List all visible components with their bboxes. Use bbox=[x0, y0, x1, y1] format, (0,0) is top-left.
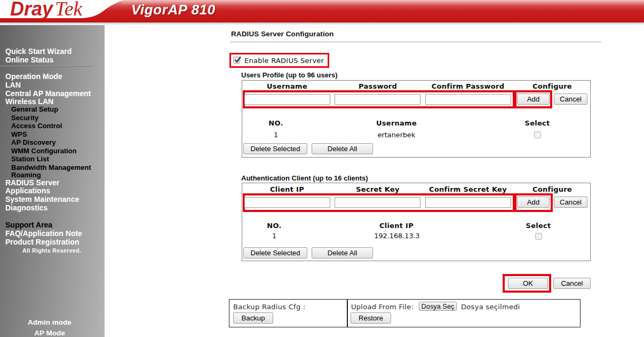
title-rule bbox=[230, 42, 601, 42]
client-ip-input[interactable] bbox=[244, 197, 330, 208]
users-delete-all-button[interactable]: Delete All bbox=[312, 143, 373, 154]
confirm-secret-key-input[interactable] bbox=[425, 197, 511, 208]
sidebar-item-faq-application-note[interactable]: FAQ/Application Note bbox=[5, 229, 82, 238]
sidebar-divider bbox=[0, 66, 93, 66]
auth-col-client-ip: Client IP bbox=[239, 185, 335, 193]
sidebar-item-operation-mode[interactable]: Operation Mode bbox=[5, 72, 62, 81]
users-profile-section-label: Users Profile (up to 96 users) bbox=[241, 71, 338, 79]
sidebar-item-support-area[interactable]: Support Area bbox=[5, 221, 52, 229]
sidebar-item-quick-start-wizard[interactable]: Quick Start Wizard bbox=[5, 47, 71, 56]
choose-file-button[interactable]: Dosya Seç bbox=[419, 302, 457, 311]
users-col-password: Password bbox=[330, 82, 426, 90]
restore-button[interactable]: Restore bbox=[351, 312, 391, 324]
sidebar-item-radius-server[interactable]: RADIUS Server bbox=[5, 178, 59, 187]
users-list-col-select: Select bbox=[484, 119, 591, 127]
admin-mode-label[interactable]: Admin mode bbox=[0, 318, 99, 326]
ap-mode-link[interactable]: AP Mode bbox=[0, 329, 99, 337]
users-row-no: 1 bbox=[222, 131, 329, 139]
sidebar-item-wps[interactable]: WPS bbox=[11, 130, 27, 138]
page-title: RADIUS Server Configuration bbox=[231, 30, 333, 38]
auth-add-button[interactable]: Add bbox=[517, 197, 550, 208]
auth-col-confirm-secret-key: Confirm Secret Key bbox=[420, 185, 516, 193]
sidebar-item-lan[interactable]: LAN bbox=[5, 81, 21, 89]
sidebar-nav: Quick Start Wizard Online Status Operati… bbox=[0, 25, 105, 337]
sidebar-item-security[interactable]: Security bbox=[11, 114, 38, 122]
users-delete-selected-button[interactable]: Delete Selected bbox=[243, 143, 307, 154]
users-cancel-button[interactable]: Cancel bbox=[554, 93, 587, 105]
ok-button[interactable]: OK bbox=[508, 278, 548, 289]
users-col-configure: Configure bbox=[504, 82, 600, 90]
sidebar-item-system-maintenance[interactable]: System Maintenance bbox=[5, 195, 79, 203]
auth-list-col-client-ip: Client IP bbox=[343, 222, 450, 230]
rights-reserved-note: All Rights Reserved. bbox=[22, 247, 81, 254]
cancel-button[interactable]: Cancel bbox=[553, 278, 591, 289]
users-list-col-username: Username bbox=[343, 119, 450, 127]
checkmark-icon bbox=[234, 56, 242, 64]
backup-box-divider bbox=[347, 299, 348, 327]
backup-label: Backup Radius Cfg : bbox=[233, 303, 306, 311]
sidebar-item-general-setup[interactable]: General Setup bbox=[11, 105, 58, 113]
no-file-selected-text: Dosya seçilmedi bbox=[461, 303, 520, 311]
auth-row-client-ip: 192.168.13.3 bbox=[344, 232, 450, 240]
sidebar-item-central-ap-management[interactable]: Central AP Management bbox=[5, 89, 91, 98]
users-col-username: Username bbox=[239, 82, 335, 90]
sidebar-item-ap-discovery[interactable]: AP Discovery bbox=[11, 138, 56, 146]
auth-row-no: 1 bbox=[221, 232, 328, 240]
password-input[interactable] bbox=[335, 94, 420, 105]
backup-button[interactable]: Backup bbox=[233, 312, 273, 324]
auth-list-col-select: Select bbox=[485, 222, 592, 230]
users-add-button[interactable]: Add bbox=[517, 93, 550, 105]
enable-radius-checkbox[interactable] bbox=[233, 57, 240, 64]
users-col-confirm-password: Confirm Password bbox=[420, 82, 516, 90]
auth-delete-all-button[interactable]: Delete All bbox=[312, 247, 373, 258]
sidebar-item-roaming[interactable]: Roaming bbox=[11, 171, 41, 179]
auth-cancel-button[interactable]: Cancel bbox=[554, 197, 587, 208]
sidebar-item-station-list[interactable]: Station List bbox=[11, 155, 49, 163]
brand-tek-text: Tek bbox=[55, 0, 83, 20]
users-row-username: ertanerbek bbox=[343, 131, 450, 139]
upload-from-file-label: Upload From File: bbox=[351, 303, 414, 311]
auth-row-select-checkbox[interactable] bbox=[535, 233, 542, 240]
users-row-select-checkbox[interactable] bbox=[534, 131, 541, 138]
auth-col-secret-key: Secret Key bbox=[330, 185, 426, 193]
enable-radius-label: Enable RADIUS Server bbox=[244, 57, 324, 65]
header-banner: Dray Tek VigorAP 810 VigorAP 810 bbox=[0, 0, 644, 22]
header-banner-art: Dray Tek VigorAP 810 VigorAP 810 bbox=[0, 0, 644, 22]
confirm-password-input[interactable] bbox=[425, 94, 511, 105]
sidebar-item-product-registration[interactable]: Product Registration bbox=[5, 238, 79, 246]
username-input[interactable] bbox=[244, 94, 330, 105]
sidebar-item-wireless-lan[interactable]: Wireless LAN bbox=[5, 97, 53, 106]
secret-key-input[interactable] bbox=[335, 197, 420, 208]
sidebar-item-online-status[interactable]: Online Status bbox=[5, 56, 53, 64]
auth-col-configure: Configure bbox=[504, 185, 600, 193]
sidebar-item-diagnostics[interactable]: Diagnostics bbox=[5, 203, 47, 212]
model-name: VigorAP 810 bbox=[131, 2, 216, 18]
sidebar-item-bandwidth-management[interactable]: Bandwidth Management bbox=[11, 163, 91, 171]
brand-dray-text: Dray bbox=[10, 0, 54, 20]
auth-client-section-label: Authentication Client (up to 16 clients) bbox=[241, 174, 368, 182]
sidebar-item-wmm-configuration[interactable]: WMM Configuration bbox=[11, 147, 77, 155]
auth-delete-selected-button[interactable]: Delete Selected bbox=[243, 247, 307, 258]
sidebar-item-access-control[interactable]: Access Control bbox=[11, 122, 62, 130]
sidebar-item-applications[interactable]: Applications bbox=[5, 186, 50, 195]
auth-list-col-no: NO. bbox=[221, 222, 328, 230]
users-list-col-no: NO. bbox=[222, 119, 329, 127]
